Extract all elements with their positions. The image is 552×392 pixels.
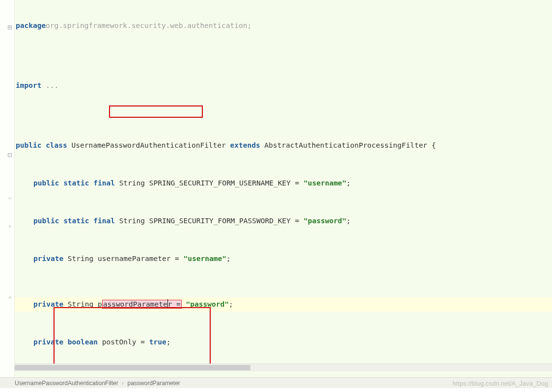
fold-end-icon: ⌃ [6, 296, 13, 303]
gutter: + − ⌄ ⌃ ⌃ [0, 0, 15, 377]
code-line: packageorg.springframework.security.web.… [15, 19, 552, 33]
scrollbar-thumb[interactable] [15, 365, 250, 370]
breadcrumb-item[interactable]: UsernamePasswordAuthenticationFilter [15, 380, 118, 387]
code-line [15, 373, 552, 377]
code-line [15, 108, 552, 123]
breadcrumb-item[interactable]: passwordParameter [127, 380, 180, 387]
code-line: private boolean postOnly = true; [15, 335, 552, 349]
code-line: public static final String SPRING_SECURI… [15, 176, 552, 190]
code-line: public class UsernamePasswordAuthenticat… [15, 138, 552, 153]
code-line: import ... [15, 78, 552, 93]
selection: asswordParameter = [102, 300, 182, 309]
fold-icon[interactable]: + [8, 26, 12, 29]
fold-icon[interactable]: − [8, 153, 12, 157]
fold-handle-icon[interactable]: ⌄ [6, 194, 13, 201]
code-line: private String usernameParameter = "user… [15, 252, 552, 266]
code-line-active: private String passwordParameter = "pass… [15, 297, 552, 312]
breadcrumb[interactable]: UsernamePasswordAuthenticationFilter › p… [0, 377, 552, 388]
fold-end-icon: ⌃ [6, 225, 13, 232]
code-editor[interactable]: + − ⌄ ⌃ ⌃ packageorg.springframework.sec… [0, 0, 552, 377]
code-area[interactable]: packageorg.springframework.security.web.… [15, 0, 552, 368]
code-line: public static final String SPRING_SECURI… [15, 214, 552, 228]
code-line [15, 49, 552, 63]
horizontal-scrollbar[interactable] [15, 364, 552, 371]
chevron-right-icon: › [122, 380, 124, 387]
